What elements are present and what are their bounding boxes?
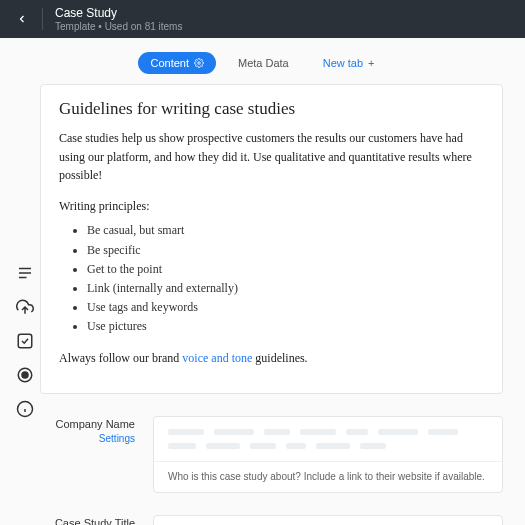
- tab-new[interactable]: New tab +: [311, 52, 387, 74]
- company-help-text: Who is this case study about? Include a …: [154, 461, 502, 492]
- company-settings-link[interactable]: Settings: [40, 433, 135, 444]
- principles-list: Be casual, but smart Be specific Get to …: [87, 221, 484, 336]
- svg-point-0: [198, 62, 201, 65]
- app-header: Case Study Template • Used on 81 items: [0, 0, 525, 38]
- svg-point-6: [22, 372, 28, 378]
- title-label: Case Study Title: [40, 517, 135, 525]
- tab-meta-data[interactable]: Meta Data: [226, 52, 301, 74]
- guidelines-heading: Guidelines for writing case studies: [59, 99, 484, 119]
- content-column: Guidelines for writing case studies Case…: [40, 84, 525, 525]
- company-name-input[interactable]: Who is this case study about? Include a …: [153, 416, 503, 493]
- tab-content[interactable]: Content: [138, 52, 216, 74]
- header-titles: Case Study Template • Used on 81 items: [55, 6, 182, 33]
- cloud-upload-icon[interactable]: [16, 298, 34, 316]
- back-button[interactable]: [10, 7, 34, 31]
- principle-item: Be specific: [87, 241, 484, 260]
- info-icon[interactable]: [16, 400, 34, 418]
- guidelines-box: Guidelines for writing case studies Case…: [40, 84, 503, 394]
- field-company-name: Company Name Settings Who is this case s…: [40, 416, 503, 493]
- principles-title: Writing principles:: [59, 197, 484, 216]
- company-name-label: Company Name: [40, 418, 135, 430]
- page-subtitle: Template • Used on 81 items: [55, 21, 182, 32]
- text-field-icon[interactable]: [16, 264, 34, 282]
- left-rail: [0, 84, 40, 525]
- svg-rect-4: [18, 334, 32, 348]
- title-input[interactable]: Use sentence case and follow the format:…: [153, 515, 503, 525]
- principle-item: Be casual, but smart: [87, 221, 484, 240]
- principle-item: Use pictures: [87, 317, 484, 336]
- radio-icon[interactable]: [16, 366, 34, 384]
- voice-tone-link[interactable]: voice and tone: [182, 351, 252, 365]
- principle-item: Link (internally and externally): [87, 279, 484, 298]
- page-title: Case Study: [55, 6, 182, 22]
- field-case-study-title: Case Study Title Settings 0/10 Words Use…: [40, 515, 503, 525]
- tabs-bar: Content Meta Data New tab +: [0, 38, 525, 84]
- plus-icon: +: [368, 57, 374, 69]
- guidelines-intro: Case studies help us show prospective cu…: [59, 129, 484, 185]
- principle-item: Use tags and keywords: [87, 298, 484, 317]
- principle-item: Get to the point: [87, 260, 484, 279]
- divider: [42, 8, 43, 30]
- checkbox-icon[interactable]: [16, 332, 34, 350]
- guidelines-footer: Always follow our brand voice and tone g…: [59, 349, 484, 368]
